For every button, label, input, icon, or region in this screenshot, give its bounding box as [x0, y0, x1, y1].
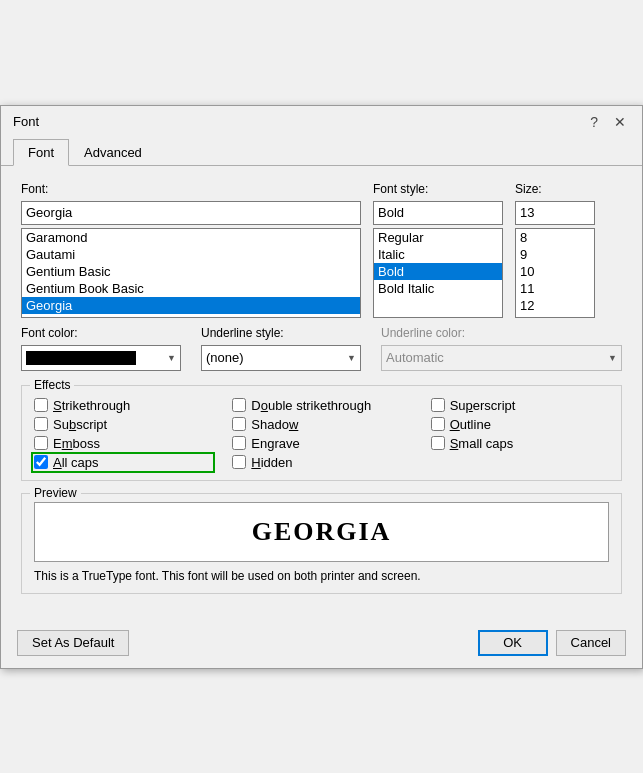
superscript-label: Superscript — [450, 398, 516, 413]
preview-label: Preview — [30, 486, 81, 500]
style-field-group: Font style: Regular Italic Bold Bold Ita… — [373, 182, 503, 318]
style-list-item[interactable]: Bold Italic — [374, 280, 502, 297]
preview-section: Preview GEORGIA This is a TrueType font.… — [21, 493, 622, 594]
effects-grid: Strikethrough Double strikethrough Super… — [34, 398, 609, 470]
style-input[interactable] — [373, 201, 503, 225]
effects-label: Effects — [30, 378, 74, 392]
preview-note: This is a TrueType font. This font will … — [34, 569, 421, 583]
underline-color-group: Underline color: Automatic ▼ — [381, 326, 622, 371]
all-caps-label: All caps — [53, 455, 99, 470]
shadow-label: Shadow — [251, 417, 298, 432]
small-caps-checkbox[interactable]: Small caps — [431, 436, 609, 451]
font-style-size-row: Font: Garamond Gautami Gentium Basic Gen… — [21, 182, 622, 318]
font-field-group: Font: Garamond Gautami Gentium Basic Gen… — [21, 182, 361, 318]
subscript-checkbox[interactable]: Subscript — [34, 417, 212, 432]
strikethrough-input[interactable] — [34, 398, 48, 412]
engrave-label: Engrave — [251, 436, 299, 451]
font-list-item[interactable]: Gautami — [22, 246, 360, 263]
shadow-input[interactable] — [232, 417, 246, 431]
ok-button[interactable]: OK — [478, 630, 548, 656]
superscript-input[interactable] — [431, 398, 445, 412]
preview-text: GEORGIA — [252, 517, 392, 547]
dialog-title: Font — [13, 114, 39, 129]
shadow-checkbox[interactable]: Shadow — [232, 417, 410, 432]
font-dialog: Font ? ✕ Font Advanced Font: Garamond Ga… — [0, 105, 643, 669]
style-label: Font style: — [373, 182, 503, 196]
help-icon[interactable]: ? — [586, 114, 602, 130]
subscript-input[interactable] — [34, 417, 48, 431]
size-input[interactable] — [515, 201, 595, 225]
style-list-item-selected[interactable]: Bold — [374, 263, 502, 280]
underline-color-value: Automatic — [386, 350, 444, 365]
color-row: Font color: ▼ Underline style: (none) ▼ … — [21, 326, 622, 371]
tab-advanced[interactable]: Advanced — [69, 139, 157, 166]
font-list-item[interactable]: Gentium Book Basic — [22, 280, 360, 297]
font-label: Font: — [21, 182, 361, 196]
cancel-button[interactable]: Cancel — [556, 630, 626, 656]
size-list-item[interactable]: 9 — [516, 246, 594, 263]
preview-box: GEORGIA — [34, 502, 609, 562]
superscript-checkbox[interactable]: Superscript — [431, 398, 609, 413]
close-icon[interactable]: ✕ — [610, 114, 630, 130]
size-list-item[interactable]: 11 — [516, 280, 594, 297]
engrave-checkbox[interactable]: Engrave — [232, 436, 410, 451]
double-strikethrough-checkbox[interactable]: Double strikethrough — [232, 398, 410, 413]
engrave-input[interactable] — [232, 436, 246, 450]
font-color-dropdown[interactable]: ▼ — [21, 345, 181, 371]
strikethrough-checkbox[interactable]: Strikethrough — [34, 398, 212, 413]
outline-label: Outline — [450, 417, 491, 432]
underline-style-dropdown[interactable]: (none) ▼ — [201, 345, 361, 371]
underline-style-arrow: ▼ — [347, 353, 356, 363]
font-color-group: Font color: ▼ — [21, 326, 181, 371]
size-listbox[interactable]: 8 9 10 11 12 — [515, 228, 595, 318]
double-strikethrough-label: Double strikethrough — [251, 398, 371, 413]
strikethrough-label: Strikethrough — [53, 398, 130, 413]
hidden-label: Hidden — [251, 455, 292, 470]
hidden-input[interactable] — [232, 455, 246, 469]
underline-color-label: Underline color: — [381, 326, 622, 340]
title-bar: Font ? ✕ — [1, 106, 642, 136]
font-input[interactable] — [21, 201, 361, 225]
font-listbox[interactable]: Garamond Gautami Gentium Basic Gentium B… — [21, 228, 361, 318]
underline-color-arrow: ▼ — [608, 353, 617, 363]
emboss-input[interactable] — [34, 436, 48, 450]
style-listbox[interactable]: Regular Italic Bold Bold Italic — [373, 228, 503, 318]
size-label: Size: — [515, 182, 595, 196]
size-list-item[interactable]: 8 — [516, 229, 594, 246]
font-list-item[interactable]: Gentium Basic — [22, 263, 360, 280]
all-caps-checkbox[interactable]: All caps — [34, 455, 212, 470]
effects-section: Effects Strikethrough Double strikethrou… — [21, 385, 622, 481]
subscript-label: Subscript — [53, 417, 107, 432]
outline-input[interactable] — [431, 417, 445, 431]
small-caps-input[interactable] — [431, 436, 445, 450]
tab-bar: Font Advanced — [1, 138, 642, 166]
dialog-content: Font: Garamond Gautami Gentium Basic Gen… — [1, 166, 642, 622]
underline-style-group: Underline style: (none) ▼ — [201, 326, 361, 371]
font-color-arrow: ▼ — [167, 353, 176, 363]
style-list-item[interactable]: Regular — [374, 229, 502, 246]
set-default-button[interactable]: Set As Default — [17, 630, 129, 656]
double-strikethrough-input[interactable] — [232, 398, 246, 412]
font-list-item[interactable]: Garamond — [22, 229, 360, 246]
size-field-group: Size: 8 9 10 11 12 — [515, 182, 595, 318]
title-bar-controls: ? ✕ — [586, 114, 630, 130]
underline-style-value: (none) — [206, 350, 244, 365]
ok-cancel-group: OK Cancel — [478, 630, 626, 656]
hidden-checkbox[interactable]: Hidden — [232, 455, 410, 470]
small-caps-label: Small caps — [450, 436, 514, 451]
emboss-checkbox[interactable]: Emboss — [34, 436, 212, 451]
size-list-item[interactable]: 12 — [516, 297, 594, 314]
color-swatch — [26, 351, 136, 365]
outline-checkbox[interactable]: Outline — [431, 417, 609, 432]
dialog-footer: Set As Default OK Cancel — [1, 622, 642, 668]
underline-color-dropdown[interactable]: Automatic ▼ — [381, 345, 622, 371]
tab-font[interactable]: Font — [13, 139, 69, 166]
font-list-item-selected[interactable]: Georgia — [22, 297, 360, 314]
font-color-label: Font color: — [21, 326, 181, 340]
all-caps-input[interactable] — [34, 455, 48, 469]
size-list-item[interactable]: 10 — [516, 263, 594, 280]
underline-style-label: Underline style: — [201, 326, 361, 340]
style-list-item[interactable]: Italic — [374, 246, 502, 263]
emboss-label: Emboss — [53, 436, 100, 451]
